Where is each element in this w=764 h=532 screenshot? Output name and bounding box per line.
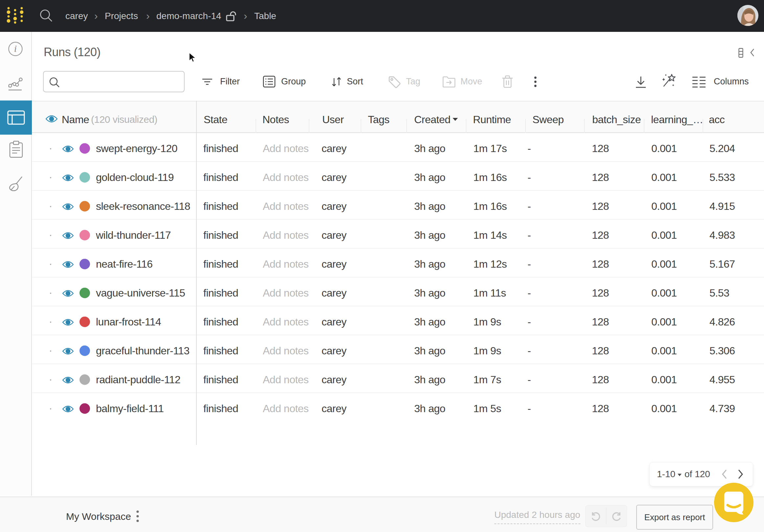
svg-text:i: i [14,43,17,54]
